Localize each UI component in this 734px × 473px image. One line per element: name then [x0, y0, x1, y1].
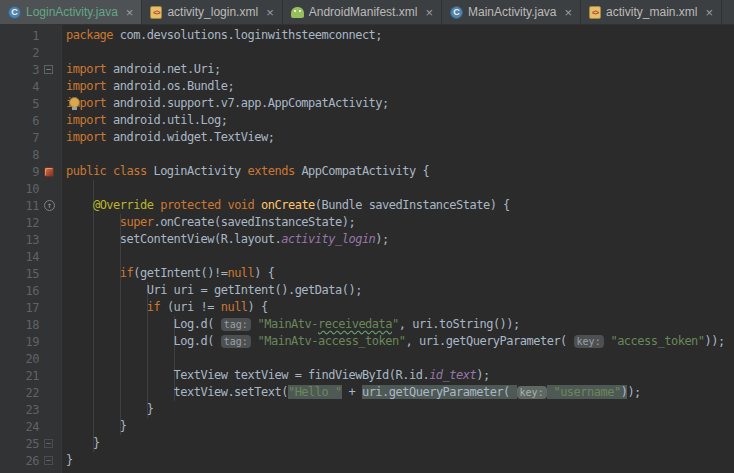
line-number[interactable]: 26 — [0, 454, 44, 468]
gutter-icon-slot — [44, 401, 61, 418]
tab-androidmanifest-xml[interactable]: AndroidManifest.xml× — [283, 0, 442, 24]
gutter-row: 14 — [0, 248, 61, 265]
code-line-9[interactable]: public class LoginActivity extends AppCo… — [66, 163, 734, 180]
tab-mainactivity-java[interactable]: CMainActivity.java× — [442, 0, 581, 24]
line-number[interactable]: 14 — [0, 250, 44, 264]
gutter-row: 24 — [0, 418, 61, 435]
line-number[interactable]: 23 — [0, 403, 44, 417]
fold-collapse-icon[interactable]: − — [44, 65, 53, 74]
gutter-icon-slot — [44, 333, 61, 350]
code-line-1[interactable]: package com.devsolutions.loginwithsteemc… — [66, 27, 734, 44]
code-line-20[interactable] — [66, 350, 734, 367]
tab-close-icon[interactable]: × — [705, 6, 713, 19]
gutter-row: 8 — [0, 146, 61, 163]
line-number[interactable]: 25 — [0, 437, 44, 451]
line-number[interactable]: 24 — [0, 420, 44, 434]
tab-close-icon[interactable]: × — [126, 6, 134, 19]
code-token: key: — [574, 335, 604, 348]
line-number[interactable]: 17 — [0, 301, 44, 315]
gutter-icon-slot — [44, 112, 61, 129]
tab-close-icon[interactable]: × — [266, 6, 274, 19]
code-token: ) { — [248, 300, 268, 314]
fold-end-icon[interactable]: − — [44, 439, 53, 448]
line-number[interactable]: 11 — [0, 199, 44, 213]
code-line-8[interactable] — [66, 146, 734, 163]
code-line-13[interactable]: setContentView(R.layout.activity_login); — [66, 231, 734, 248]
line-number[interactable]: 12 — [0, 216, 44, 230]
overrides-method-icon[interactable]: ↑ — [44, 200, 55, 211]
code-area[interactable]: package com.devsolutions.loginwithsteemc… — [62, 25, 734, 473]
line-number[interactable]: 7 — [0, 131, 44, 145]
line-number[interactable]: 22 — [0, 386, 44, 400]
tab-close-icon[interactable]: × — [425, 6, 433, 19]
code-token: android.util.Log; — [113, 113, 227, 127]
code-line-2[interactable] — [66, 44, 734, 61]
code-token: if — [120, 266, 133, 280]
code-line-6[interactable]: import android.util.Log; — [66, 112, 734, 129]
line-number[interactable]: 19 — [0, 335, 44, 349]
line-number[interactable]: 21 — [0, 369, 44, 383]
gutter-row: 11↑ — [0, 197, 61, 214]
xml-file-icon: <> — [589, 6, 601, 19]
line-number[interactable]: 18 — [0, 318, 44, 332]
code-line-26[interactable]: } — [66, 452, 734, 469]
code-token: package — [66, 28, 120, 42]
code-line-19[interactable]: Log.d( tag: "MainAtv-access_token", uri.… — [66, 333, 734, 350]
editor-gutter: 123−4567891011↑1213141516171819202122232… — [0, 25, 62, 473]
code-line-21[interactable]: TextView textView = findViewById(R.id.id… — [66, 367, 734, 384]
line-number[interactable]: 9 — [0, 165, 44, 179]
code-line-25[interactable]: } — [66, 435, 734, 452]
tab-activity-login-xml[interactable]: <>activity_login.xml× — [142, 0, 282, 24]
code-token: (uri != — [167, 300, 221, 314]
line-number[interactable]: 1 — [0, 29, 44, 43]
code-line-5[interactable]: import android.support.v7.app.AppCompatA… — [66, 95, 734, 112]
line-number[interactable]: 16 — [0, 284, 44, 298]
code-token: key: — [517, 386, 547, 399]
line-number[interactable]: 6 — [0, 114, 44, 128]
editor: 123−4567891011↑1213141516171819202122232… — [0, 25, 734, 473]
code-token: activity_login — [281, 232, 375, 246]
fold-end-icon[interactable]: − — [44, 456, 53, 465]
code-line-27[interactable] — [66, 469, 734, 473]
line-number[interactable]: 20 — [0, 352, 44, 366]
code-token: ); — [375, 232, 388, 246]
line-number[interactable]: 2 — [0, 46, 44, 60]
code-token — [66, 215, 120, 229]
code-line-7[interactable]: import android.widget.TextView; — [66, 129, 734, 146]
line-number[interactable]: 3 — [0, 63, 44, 77]
tab-loginactivity-java[interactable]: CLoginActivity.java× — [0, 0, 142, 24]
code-line-3[interactable]: import android.net.Uri; — [66, 61, 734, 78]
line-number[interactable]: 5 — [0, 97, 44, 111]
code-line-16[interactable]: Uri uri = getIntent().getData(); — [66, 282, 734, 299]
line-number[interactable]: 15 — [0, 267, 44, 281]
code-line-12[interactable]: super.onCreate(savedInstanceState); — [66, 214, 734, 231]
code-line-17[interactable]: if (uri != null) { — [66, 299, 734, 316]
code-line-15[interactable]: if(getIntent()!=null) { — [66, 265, 734, 282]
code-line-18[interactable]: Log.d( tag: "MainAtv-receivedata", uri.t… — [66, 316, 734, 333]
gutter-icon-slot — [44, 299, 61, 316]
code-line-23[interactable]: } — [66, 401, 734, 418]
gutter-icon-slot — [44, 367, 61, 384]
code-token: if — [147, 300, 167, 314]
code-line-14[interactable] — [66, 248, 734, 265]
intention-bulb-icon[interactable] — [68, 97, 80, 110]
code-line-10[interactable] — [66, 180, 734, 197]
tab-activity-main-xml[interactable]: <>activity_main.xml× — [581, 0, 722, 24]
code-line-11[interactable]: @Override protected void onCreate(Bundle… — [66, 197, 734, 214]
code-line-22[interactable]: textView.setText("Hello " + uri.getQuery… — [66, 384, 734, 401]
code-line-24[interactable]: } — [66, 418, 734, 435]
line-number[interactable]: 8 — [0, 148, 44, 162]
code-token: .onCreate(savedInstanceState); — [153, 215, 355, 229]
gutter-marker-icon[interactable] — [44, 167, 54, 177]
line-number[interactable]: 13 — [0, 233, 44, 247]
code-token: tag: — [221, 318, 251, 331]
code-line-4[interactable]: import android.os.Bundle; — [66, 78, 734, 95]
tab-label: AndroidManifest.xml — [309, 5, 418, 19]
code-token: Log.d( — [66, 334, 221, 348]
line-number[interactable]: 4 — [0, 80, 44, 94]
code-token — [66, 266, 120, 280]
tab-close-icon[interactable]: × — [565, 6, 573, 19]
code-token: android.os.Bundle; — [113, 79, 234, 93]
line-number[interactable]: 10 — [0, 182, 44, 196]
code-token: public class — [66, 164, 153, 178]
